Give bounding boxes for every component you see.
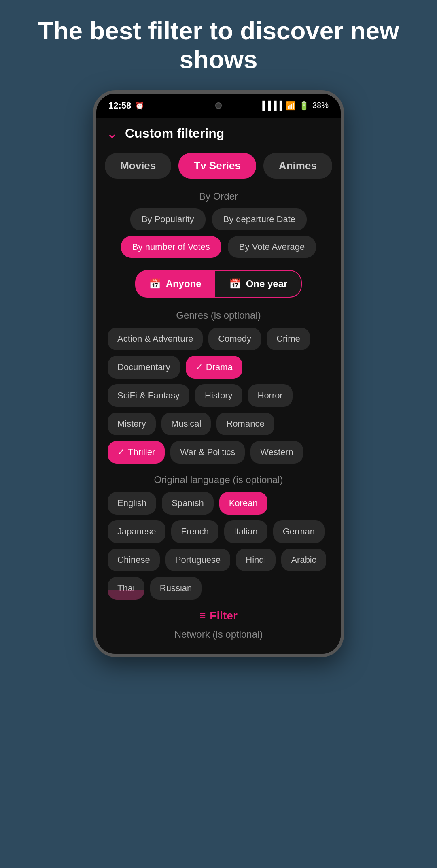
alarm-icon: ⏰: [135, 101, 144, 110]
order-section-label: By Order: [96, 187, 341, 208]
genre-war-politics[interactable]: War & Politics: [170, 441, 245, 464]
lang-german[interactable]: German: [273, 520, 325, 543]
status-left: 12:58 ⏰: [108, 100, 144, 111]
check-icon-thriller: ✓: [117, 447, 125, 457]
date-selector: 📅 Anyone 📅 One year: [96, 264, 341, 306]
lang-thai[interactable]: Thai: [108, 577, 144, 600]
language-grid: English Spanish Korean Japanese French: [104, 492, 333, 600]
top-bar: ⌄ Custom filtering: [96, 118, 341, 149]
app-content: ⌄ Custom filtering Movies Tv Series Anim…: [96, 118, 341, 654]
type-selector: Movies Tv Series Animes: [96, 149, 341, 187]
genre-romance[interactable]: Romance: [216, 413, 274, 435]
by-popularity-button[interactable]: By Popularity: [130, 208, 206, 230]
screen-title: Custom filtering: [125, 126, 224, 141]
genre-western[interactable]: Western: [250, 441, 303, 464]
calendar-icon-left: 📅: [149, 278, 161, 289]
battery-percent: 38%: [312, 101, 329, 110]
filter-button-label: Filter: [210, 609, 237, 622]
genres-section-label: Genres (is optional): [104, 310, 333, 328]
filter-button[interactable]: ≡ Filter: [199, 609, 238, 622]
genre-crime[interactable]: Crime: [267, 328, 310, 350]
by-vote-average-button[interactable]: By Vote Average: [228, 236, 316, 258]
one-year-label: One year: [246, 278, 288, 289]
lang-japanese[interactable]: Japanese: [108, 520, 165, 543]
genre-thriller[interactable]: ✓ Thriller: [108, 441, 165, 464]
network-section-label: Network (is optional): [96, 625, 341, 642]
genre-mistery[interactable]: Mistery: [108, 413, 156, 435]
genre-history[interactable]: History: [195, 384, 242, 407]
filter-bar: ≡ Filter: [96, 604, 341, 625]
genre-action-adventure[interactable]: Action & Adventure: [108, 328, 203, 350]
time-display: 12:58: [108, 100, 131, 111]
wifi-icon: 📶: [286, 101, 296, 111]
by-number-of-votes-button[interactable]: By number of Votes: [121, 236, 221, 258]
order-row-1: By Popularity By departure Date: [96, 208, 341, 236]
genre-drama[interactable]: ✓ Drama: [186, 356, 242, 379]
page-header: The best filter to discover new shows: [0, 0, 437, 86]
anyone-label: Anyone: [166, 278, 202, 289]
lang-chinese[interactable]: Chinese: [108, 549, 160, 571]
lang-spanish[interactable]: Spanish: [162, 492, 214, 515]
battery-icon: 🔋: [299, 101, 309, 111]
anyone-date-button[interactable]: 📅 Anyone: [135, 270, 215, 298]
page-title: The best filter to discover new shows: [16, 16, 421, 74]
back-chevron-icon[interactable]: ⌄: [106, 126, 118, 140]
lang-portuguese[interactable]: Portuguese: [165, 549, 231, 571]
signal-icon: ▐▐▐▐: [259, 101, 282, 110]
genres-section: Genres (is optional) Action & Adventure …: [96, 306, 341, 468]
lang-italian[interactable]: Italian: [224, 520, 267, 543]
genre-musical[interactable]: Musical: [161, 413, 211, 435]
status-bar: 12:58 ⏰ ▐▐▐▐ 📶 🔋 38%: [96, 94, 341, 118]
check-icon-drama: ✓: [195, 362, 203, 372]
animes-button[interactable]: Animes: [263, 153, 332, 179]
calendar-icon-right: 📅: [229, 278, 241, 289]
movies-button[interactable]: Movies: [105, 153, 171, 179]
language-section-label: Original language (is optional): [104, 474, 333, 492]
phone-wrapper: 12:58 ⏰ ▐▐▐▐ 📶 🔋 38% ⌄ Custom filtering …: [0, 86, 437, 673]
genre-scifi-fantasy[interactable]: SciFi & Fantasy: [108, 384, 189, 407]
phone-frame: 12:58 ⏰ ▐▐▐▐ 📶 🔋 38% ⌄ Custom filtering …: [93, 90, 344, 657]
filter-icon: ≡: [199, 609, 206, 622]
language-section: Original language (is optional) English …: [96, 468, 341, 604]
lang-french[interactable]: French: [171, 520, 218, 543]
one-year-date-button[interactable]: 📅 One year: [215, 270, 302, 298]
genre-documentary[interactable]: Documentary: [108, 356, 180, 379]
lang-hindi[interactable]: Hindi: [236, 549, 276, 571]
lang-english[interactable]: English: [108, 492, 156, 515]
lang-russian[interactable]: Russian: [150, 577, 202, 600]
status-right: ▐▐▐▐ 📶 🔋 38%: [259, 101, 329, 111]
by-departure-date-button[interactable]: By departure Date: [212, 208, 307, 230]
genre-comedy[interactable]: Comedy: [208, 328, 261, 350]
lang-arabic[interactable]: Arabic: [281, 549, 326, 571]
genres-grid: Action & Adventure Comedy Crime Document…: [104, 328, 333, 464]
lang-korean[interactable]: Korean: [219, 492, 267, 515]
camera-notch: [215, 102, 222, 109]
tv-series-button[interactable]: Tv Series: [178, 153, 256, 179]
order-row-2: By number of Votes By Vote Average: [96, 236, 341, 264]
genre-horror[interactable]: Horror: [248, 384, 293, 407]
